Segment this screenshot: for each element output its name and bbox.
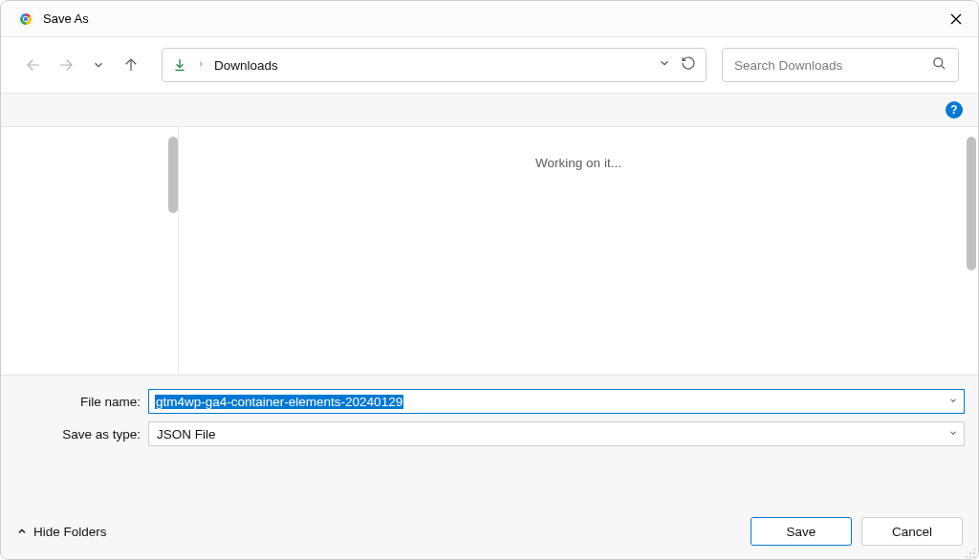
navigation-pane[interactable] xyxy=(1,127,179,375)
cancel-button[interactable]: Cancel xyxy=(861,517,963,546)
address-dropdown-icon[interactable] xyxy=(658,56,671,74)
svg-point-2 xyxy=(24,16,29,21)
save-button[interactable]: Save xyxy=(751,517,852,546)
filetype-label: Save as type: xyxy=(14,427,148,442)
svg-point-13 xyxy=(969,552,971,554)
search-input[interactable] xyxy=(734,58,925,73)
close-button[interactable] xyxy=(934,1,978,37)
filetype-dropdown-icon[interactable] xyxy=(948,428,958,440)
save-form: File name: gtm4wp-ga4-container-elements… xyxy=(1,375,978,504)
chrome-icon xyxy=(16,10,35,29)
window-title: Save As xyxy=(43,11,934,26)
refresh-button[interactable] xyxy=(681,55,696,75)
file-list-pane[interactable]: Working on it... xyxy=(179,127,978,375)
nav-scrollbar[interactable] xyxy=(168,137,178,213)
filename-dropdown-icon[interactable] xyxy=(948,396,958,407)
filename-value: gtm4wp-ga4-container-elements-20240129 xyxy=(155,395,403,409)
svg-point-10 xyxy=(934,57,943,66)
filetype-select[interactable]: JSON File xyxy=(148,421,965,446)
help-icon[interactable]: ? xyxy=(946,101,963,118)
svg-point-15 xyxy=(966,556,968,558)
filename-input[interactable]: gtm4wp-ga4-container-elements-20240129 xyxy=(148,389,965,414)
content-scrollbar[interactable] xyxy=(967,137,976,270)
search-box[interactable] xyxy=(722,48,959,82)
svg-line-11 xyxy=(941,65,945,69)
breadcrumb-separator-icon xyxy=(197,59,205,71)
forward-button[interactable] xyxy=(53,52,79,78)
svg-point-12 xyxy=(973,549,975,550)
hide-folders-label: Hide Folders xyxy=(33,525,107,539)
back-button[interactable] xyxy=(20,52,47,78)
filename-label: File name: xyxy=(14,395,148,409)
search-icon[interactable] xyxy=(932,56,946,75)
title-bar: Save As xyxy=(1,1,978,37)
up-button[interactable] xyxy=(118,52,144,78)
downloads-icon xyxy=(172,57,187,73)
breadcrumb-location[interactable]: Downloads xyxy=(214,58,648,73)
svg-point-17 xyxy=(973,556,975,558)
dialog-footer: Hide Folders Save Cancel xyxy=(1,504,978,559)
status-text: Working on it... xyxy=(535,156,621,170)
resize-grip[interactable] xyxy=(965,546,976,557)
tool-strip: ? xyxy=(1,93,978,127)
svg-point-16 xyxy=(969,556,971,558)
svg-point-14 xyxy=(973,552,975,554)
chevron-up-icon xyxy=(16,526,28,537)
address-bar[interactable]: Downloads xyxy=(162,48,707,82)
recent-locations-button[interactable] xyxy=(85,52,112,78)
content-area: Working on it... xyxy=(1,127,978,375)
nav-bar: Downloads xyxy=(1,37,978,93)
filetype-value: JSON File xyxy=(157,427,216,442)
hide-folders-button[interactable]: Hide Folders xyxy=(16,525,107,539)
